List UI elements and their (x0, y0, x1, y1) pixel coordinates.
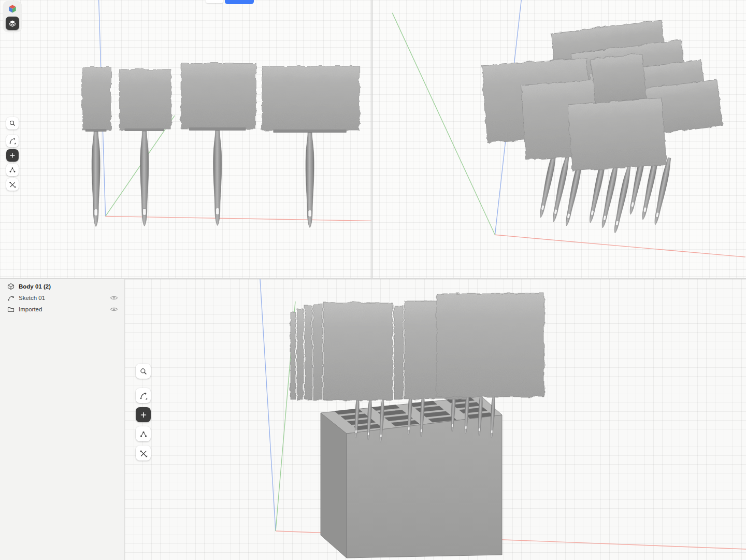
tools-icon (8, 180, 17, 189)
search-icon (8, 119, 17, 127)
list-item-label: Imported (19, 306, 106, 312)
secondary-action-button[interactable] (206, 0, 223, 3)
primary-action-button[interactable] (225, 0, 254, 4)
list-item-sketch[interactable]: Sketch 01 (0, 292, 124, 304)
submenu-triangle-icon (14, 142, 16, 144)
plus-icon (8, 151, 17, 160)
view-orientation-button[interactable] (6, 2, 19, 16)
add-button[interactable] (136, 407, 151, 422)
box-front-face (347, 415, 502, 558)
model-brush-stack-iso[interactable] (481, 19, 722, 234)
app-window: Body 01 (2) Sketch 01 (0, 0, 746, 560)
arc-tool-icon (8, 137, 17, 145)
corner-toolbar (3, 1, 22, 32)
transform-button[interactable] (136, 426, 151, 441)
brush-heads (481, 19, 722, 170)
iso-view-scene (372, 0, 746, 278)
visibility-eye-icon[interactable] (110, 306, 118, 312)
plus-icon (139, 410, 148, 420)
top-viewport-row (0, 0, 746, 279)
box-left-face (321, 413, 347, 558)
list-item-body[interactable]: Body 01 (2) (0, 281, 124, 292)
model-holder-box[interactable] (321, 396, 502, 558)
visibility-eye-icon[interactable] (110, 295, 118, 301)
tools-button[interactable] (136, 446, 151, 461)
cube-icon (7, 4, 18, 14)
sketch-icon (7, 294, 15, 301)
model-brush-4[interactable] (261, 66, 358, 228)
add-button[interactable] (6, 149, 19, 162)
viewport-perspective[interactable] (125, 279, 746, 560)
model-brush-3[interactable] (180, 63, 255, 226)
front-view-scene (0, 0, 371, 278)
tools-button[interactable] (6, 178, 19, 191)
search-icon (139, 367, 148, 376)
arc-tool-icon (139, 391, 148, 400)
transform-icon (8, 166, 17, 174)
tools-icon (139, 449, 148, 458)
zoom-button[interactable] (6, 117, 19, 130)
model-brush-1[interactable] (82, 66, 110, 227)
items-panel: Body 01 (2) Sketch 01 (0, 279, 125, 560)
transform-icon (139, 429, 148, 439)
zoom-button[interactable] (136, 364, 151, 379)
list-item-label: Body 01 (2) (19, 283, 118, 290)
folder-icon (7, 306, 15, 313)
layers-button[interactable] (6, 17, 19, 30)
brush-heads (290, 293, 543, 399)
layers-icon (8, 19, 17, 28)
submenu-triangle-icon (145, 397, 147, 399)
viewport-toolbar (136, 364, 151, 465)
list-item-imported[interactable]: Imported (0, 304, 124, 315)
bottom-viewport-row: Body 01 (2) Sketch 01 (0, 279, 746, 560)
body-cube-icon (7, 283, 15, 290)
viewport-front[interactable] (0, 0, 372, 279)
viewport-iso-top[interactable] (372, 0, 746, 279)
transform-button[interactable] (6, 164, 19, 176)
model-brush-2[interactable] (118, 69, 170, 226)
perspective-view-scene (125, 279, 746, 560)
list-item-label: Sketch 01 (19, 295, 106, 301)
sketch-button[interactable] (136, 388, 151, 403)
sketch-button[interactable] (6, 135, 19, 147)
viewport-toolbar (6, 117, 19, 193)
